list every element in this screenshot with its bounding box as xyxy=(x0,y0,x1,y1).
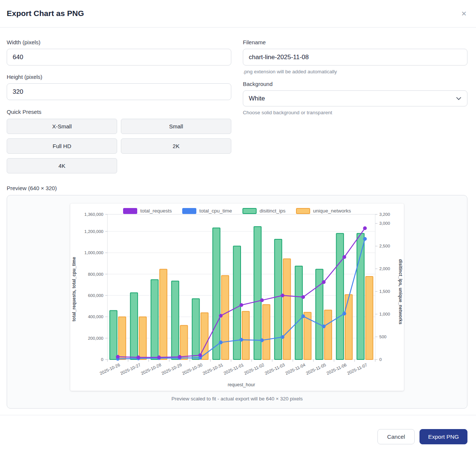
svg-text:2025-10-27: 2025-10-27 xyxy=(120,362,141,376)
legend-label: total_requests xyxy=(140,208,172,214)
svg-text:2025-10-31: 2025-10-31 xyxy=(202,362,223,376)
export-png-button[interactable]: Export PNG xyxy=(419,429,467,444)
svg-text:2025-11-03: 2025-11-03 xyxy=(264,362,286,375)
dialog-title: Export Chart as PNG xyxy=(7,9,469,18)
legend-item-total_requests: total_requests xyxy=(123,208,172,214)
preview-caption: Preview scaled to fit - actual export wi… xyxy=(7,391,467,408)
legend-item-disitinct_ips: disitinct_ips xyxy=(242,208,286,214)
svg-text:2025-11-01: 2025-11-01 xyxy=(223,362,244,375)
gridlines xyxy=(107,214,375,359)
svg-text:2025-10-30: 2025-10-30 xyxy=(181,362,203,376)
svg-text:2025-10-26: 2025-10-26 xyxy=(99,362,120,376)
svg-text:1,200,000: 1,200,000 xyxy=(84,229,103,234)
background-label: Background xyxy=(243,81,467,87)
svg-text:1,000: 1,000 xyxy=(379,312,390,316)
svg-text:2,000: 2,000 xyxy=(379,266,390,271)
svg-text:0: 0 xyxy=(101,357,103,362)
preset-button-4k[interactable]: 4K xyxy=(7,158,117,173)
svg-text:400,000: 400,000 xyxy=(88,314,103,319)
legend-label: disitinct_ips xyxy=(260,208,286,214)
dialog-body: Width (pixels) Height (pixels) Quick Pre… xyxy=(0,28,476,409)
svg-text:1,360,000: 1,360,000 xyxy=(84,212,103,217)
svg-text:2,500: 2,500 xyxy=(379,244,390,248)
right-column: Filename .png extension will be added au… xyxy=(243,39,467,115)
svg-text:1,000,000: 1,000,000 xyxy=(84,250,103,255)
left-axis-title: total_requests, total_cpu_time xyxy=(71,257,77,322)
quick-presets-label: Quick Presets xyxy=(7,109,231,115)
dialog-footer: Cancel Export PNG xyxy=(0,415,476,444)
preset-button-small[interactable]: Small xyxy=(121,119,231,134)
svg-text:0: 0 xyxy=(379,357,382,362)
close-icon[interactable]: ✕ xyxy=(461,10,467,17)
svg-text:2025-11-05: 2025-11-05 xyxy=(305,362,327,375)
svg-text:3,200: 3,200 xyxy=(379,212,390,217)
svg-text:600,000: 600,000 xyxy=(88,293,103,298)
right-axis-title: disitinct_ips, unique_networks xyxy=(398,259,403,324)
svg-text:800,000: 800,000 xyxy=(88,272,103,276)
x-axis-tick-labels: 2025-10-262025-10-272025-10-282025-10-29… xyxy=(99,362,368,376)
chart-card: total_requeststotal_cpu_timedisitinct_ip… xyxy=(70,204,404,391)
filename-hint: .png extension will be added automatical… xyxy=(243,69,467,74)
preset-button-x-small[interactable]: X-Small xyxy=(7,119,117,134)
dialog-header: Export Chart as PNG ✕ xyxy=(0,0,476,28)
svg-text:3,000: 3,000 xyxy=(379,221,390,226)
svg-text:500: 500 xyxy=(379,335,386,339)
right-axis-tick-labels: 05001,0001,5002,0002,5003,0003,200 xyxy=(379,212,390,362)
legend-swatch-total_cpu_time xyxy=(182,208,196,214)
background-select-value: White xyxy=(249,95,265,102)
background-hint: Choose solid background or transparent xyxy=(243,110,467,115)
svg-text:2025-10-29: 2025-10-29 xyxy=(161,362,182,376)
legend-item-total_cpu_time: total_cpu_time xyxy=(182,208,232,214)
legend-label: unique_networks xyxy=(313,208,351,214)
export-dialog: Export Chart as PNG ✕ Width (pixels) Hei… xyxy=(0,0,476,444)
preview-panel: total_requeststotal_cpu_timedisitinct_ip… xyxy=(7,195,467,409)
svg-text:2025-11-07: 2025-11-07 xyxy=(347,362,368,375)
chevron-down-icon xyxy=(456,97,461,100)
height-label: Height (pixels) xyxy=(7,74,231,80)
preset-button-full-hd[interactable]: Full HD xyxy=(7,138,117,154)
legend-label: total_cpu_time xyxy=(199,208,232,214)
background-select[interactable]: White xyxy=(243,90,467,106)
width-label: Width (pixels) xyxy=(7,39,231,45)
preset-button-2k[interactable]: 2K xyxy=(121,138,231,154)
legend-item-unique_networks: unique_networks xyxy=(296,208,351,214)
x-axis-title: request_hour xyxy=(228,382,255,387)
height-input[interactable] xyxy=(7,83,231,100)
preview-label: Preview (640 × 320) xyxy=(7,185,467,191)
preview-chart-svg: 0200,000400,000600,000800,0001,000,0001,… xyxy=(70,214,404,391)
svg-text:2025-11-02: 2025-11-02 xyxy=(244,362,265,375)
filename-label: Filename xyxy=(243,39,467,45)
svg-text:2025-11-04: 2025-11-04 xyxy=(284,362,306,376)
left-column: Width (pixels) Height (pixels) Quick Pre… xyxy=(7,39,231,173)
svg-text:1,500: 1,500 xyxy=(379,289,390,294)
chart-legend: total_requeststotal_cpu_timedisitinct_ip… xyxy=(70,207,404,214)
cancel-button[interactable]: Cancel xyxy=(377,429,415,444)
preset-buttons: X-SmallSmallFull HD2K4K xyxy=(7,119,231,173)
svg-text:2025-10-28: 2025-10-28 xyxy=(140,362,162,376)
left-axis-tick-labels: 0200,000400,000600,000800,0001,000,0001,… xyxy=(84,212,103,362)
filename-input[interactable] xyxy=(243,49,467,65)
svg-text:200,000: 200,000 xyxy=(88,336,103,340)
legend-swatch-disitinct_ips xyxy=(242,208,257,214)
width-input[interactable] xyxy=(7,49,231,65)
legend-swatch-total_requests xyxy=(123,208,137,214)
svg-text:2025-11-06: 2025-11-06 xyxy=(326,362,347,375)
legend-swatch-unique_networks xyxy=(296,208,310,214)
